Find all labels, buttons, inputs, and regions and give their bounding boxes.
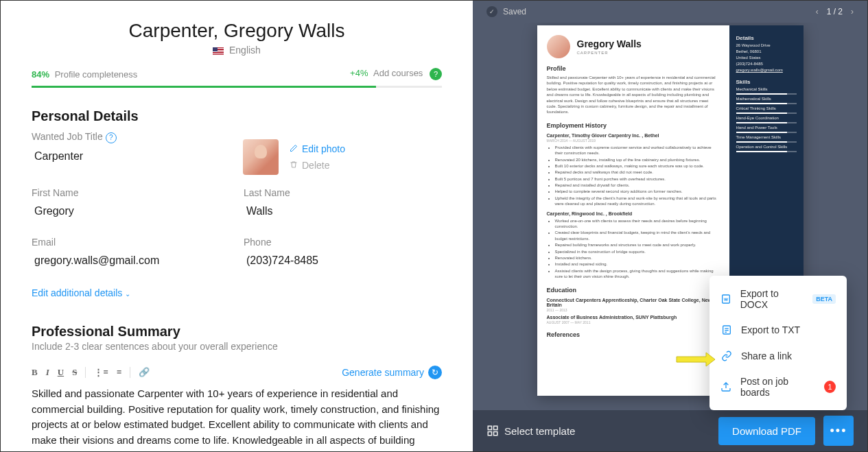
preview-job: CARPENTER — [577, 51, 642, 55]
preview-job2-bullets: Worked one-on-one with clients to assess… — [547, 218, 720, 280]
language-row[interactable]: English — [32, 45, 442, 56]
preview-edu2: Associate of Business Administration, SU… — [547, 315, 720, 320]
preview-skills-list: Mechanical SkillsMathematical SkillsCrit… — [736, 87, 797, 152]
completeness-pct: 84% — [32, 69, 49, 80]
last-name-label: Last Name — [244, 187, 442, 198]
personal-details-heading: Personal Details — [32, 108, 442, 124]
preview-profile-h: Profile — [547, 65, 720, 72]
post-jobs-item[interactable]: Post on job boards 1 — [709, 369, 847, 405]
job-title-label: Wanted Job Title? — [32, 131, 229, 143]
grid-icon — [486, 425, 499, 437]
hint-text: Add courses — [373, 68, 423, 78]
arrow-annotation — [675, 351, 716, 370]
preview-emp-h: Employment History — [547, 122, 720, 129]
svg-rect-6 — [488, 426, 491, 429]
last-name-input[interactable] — [244, 198, 442, 224]
italic-button[interactable]: I — [46, 367, 49, 378]
svg-rect-9 — [494, 432, 497, 436]
progress-bar — [32, 86, 442, 88]
beta-badge: BETA — [812, 294, 836, 304]
select-template-button[interactable]: Select template — [486, 425, 575, 437]
ul-button[interactable]: ≡ — [117, 367, 121, 378]
edit-additional-link[interactable]: Edit additional details⌄ — [32, 287, 130, 298]
editor-toolbar: B I U S ⋮≡ ≡ 🔗 Generate summary ↻ — [32, 361, 442, 383]
export-docx-label: Export to DOCX — [740, 288, 804, 310]
svg-rect-8 — [488, 432, 491, 436]
share-link-label: Share a link — [741, 350, 792, 361]
preview-skills-h: Skills — [736, 79, 797, 85]
preview-details-list: 26 Waywood DriveBethel, 06801United Stat… — [736, 43, 797, 72]
refresh-icon: ↻ — [428, 366, 442, 379]
bold-button[interactable]: B — [32, 367, 38, 378]
edit-photo-link[interactable]: Edit photo — [290, 143, 345, 154]
completeness-label: Profile completeness — [55, 69, 138, 80]
svg-rect-7 — [494, 426, 497, 429]
preview-edu2-date: AUGUST 2007 — MAY 2011 — [547, 320, 720, 324]
first-name-label: First Name — [32, 187, 230, 198]
preview-edu1-date: 2011 — 2013 — [547, 308, 720, 312]
link-button[interactable]: 🔗 — [139, 367, 150, 378]
job-title-input[interactable] — [32, 143, 229, 169]
export-docx-item[interactable]: Export to DOCX BETA — [709, 281, 847, 317]
page-title: Carpenter, Gregory Walls — [32, 20, 442, 42]
first-name-input[interactable] — [32, 198, 230, 224]
generate-summary-button[interactable]: Generate summary ↻ — [342, 366, 442, 379]
post-jobs-label: Post on job boards — [740, 376, 816, 398]
preview-job1-date: MARCH 2014 — AUGUST 2019 — [547, 139, 720, 143]
strike-button[interactable]: S — [72, 367, 77, 378]
summary-sub: Include 2-3 clear sentences about your o… — [32, 341, 442, 352]
completeness: 84% Profile completeness — [32, 69, 137, 80]
page-indicator: 1 / 2 — [827, 7, 843, 16]
export-menu: Export to DOCX BETA Export to TXT Share … — [709, 276, 847, 410]
phone-input[interactable] — [244, 248, 442, 274]
language-label: English — [229, 45, 261, 56]
preview-job1-h: Carpenter, Timothy Glover Carpentry Inc.… — [547, 133, 720, 138]
upload-icon — [720, 381, 732, 393]
summary-editor[interactable]: Skilled and passionate Carpenter with 10… — [32, 386, 442, 451]
preview-job2-h: Carpenter, Ringwood Inc. , Brookfield — [547, 211, 720, 216]
docx-icon — [720, 293, 732, 305]
summary-heading: Professional Summary — [32, 324, 442, 340]
preview-profile-txt: Skilled and passionate Carpenter with 10… — [547, 75, 720, 115]
preview-edu1: Connecticut Carpenters Apprenticeship, C… — [547, 298, 720, 307]
preview-edu-h: Education — [547, 287, 720, 294]
add-courses-hint[interactable]: +4% Add courses ? — [350, 68, 442, 80]
flag-icon — [213, 47, 224, 55]
more-options-button[interactable]: ••• — [823, 416, 854, 446]
help-icon[interactable]: ? — [430, 68, 442, 80]
preview-ref-h: References — [547, 331, 720, 338]
next-page-button[interactable]: › — [851, 7, 854, 16]
phone-label: Phone — [244, 237, 442, 248]
export-txt-item[interactable]: Export to TXT — [709, 317, 847, 343]
hint-plus: +4% — [350, 68, 368, 78]
download-pdf-button[interactable]: Download PDF — [718, 417, 815, 445]
delete-photo-link[interactable]: Delete — [290, 160, 345, 171]
link-icon — [720, 350, 733, 362]
preview-name: Gregory Walls — [577, 38, 642, 49]
share-link-item[interactable]: Share a link — [709, 343, 847, 369]
avatar[interactable] — [243, 139, 279, 175]
ol-button[interactable]: ⋮≡ — [94, 367, 108, 378]
help-icon[interactable]: ? — [106, 132, 117, 143]
notification-badge: 1 — [824, 381, 836, 393]
saved-label: Saved — [503, 7, 526, 16]
preview-job1-bullets: Provided clients with supreme customer s… — [547, 145, 720, 207]
chevron-down-icon: ⌄ — [125, 290, 130, 298]
preview-avatar — [547, 35, 570, 58]
underline-button[interactable]: U — [58, 367, 64, 378]
email-label: Email — [32, 237, 230, 248]
txt-icon — [720, 324, 733, 336]
saved-check-icon: ✓ — [486, 6, 497, 17]
preview-details-h: Details — [736, 35, 797, 41]
export-txt-label: Export to TXT — [741, 324, 800, 335]
email-input[interactable] — [32, 248, 230, 274]
prev-page-button[interactable]: ‹ — [816, 7, 819, 16]
